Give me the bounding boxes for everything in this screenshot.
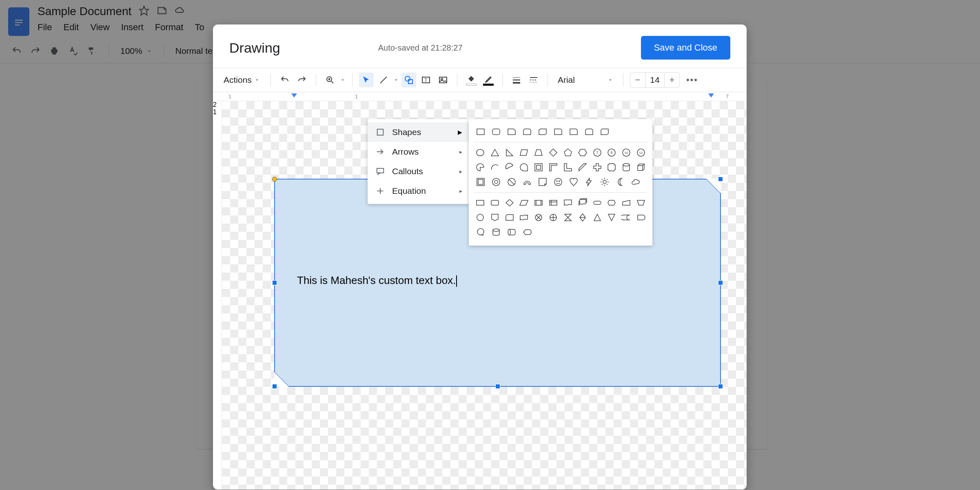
zoom-dropdown-icon[interactable] [340, 77, 346, 83]
shape-can[interactable] [620, 160, 633, 174]
shape-octagon[interactable]: 8 [605, 146, 618, 160]
shape-rectangle[interactable] [474, 125, 488, 139]
shape-round-diagonal[interactable] [598, 125, 612, 139]
image-tool-icon[interactable] [436, 73, 450, 87]
zoom-icon[interactable] [323, 73, 337, 87]
shape-smiley[interactable] [551, 175, 565, 189]
shape-trapezoid[interactable] [532, 146, 545, 160]
rotation-handle[interactable] [272, 177, 277, 182]
font-size-decrease-button[interactable]: − [630, 73, 645, 87]
font-select[interactable]: Arial [554, 73, 616, 86]
shape-snip-same-side[interactable] [520, 125, 534, 139]
shape-half-frame[interactable] [547, 160, 560, 174]
font-size-value[interactable]: 14 [645, 73, 665, 87]
shape-folded-corner[interactable] [536, 175, 550, 189]
fill-color-icon[interactable] [464, 73, 479, 87]
shape-hexagon[interactable] [576, 146, 589, 160]
shape-round-same-side[interactable] [582, 125, 596, 139]
shape-flowchart-preparation[interactable] [605, 196, 618, 210]
shape-flowchart-punched-tape[interactable] [517, 211, 530, 224]
shape-dodecagon[interactable]: 12 [634, 146, 647, 160]
shape-flowchart-internal-storage[interactable] [547, 196, 560, 210]
shape-flowchart-merge[interactable] [605, 211, 618, 224]
shape-oval[interactable] [474, 146, 487, 160]
shape-pie[interactable] [474, 160, 487, 174]
drawing-canvas[interactable]: This is Mahesh's custom text box. Shapes… [222, 101, 747, 490]
shape-right-triangle[interactable] [503, 146, 516, 160]
shape-flowchart-direct-access[interactable] [505, 225, 519, 239]
shape-flowchart-display[interactable] [520, 225, 534, 239]
shape-snip-diagonal[interactable] [536, 125, 550, 139]
shape-flowchart-sequential-storage[interactable] [474, 225, 488, 239]
vertical-ruler[interactable]: 2 1 [213, 101, 222, 490]
shape-donut[interactable] [489, 175, 503, 189]
shape-flowchart-magnetic-disk[interactable] [489, 225, 503, 239]
shape-flowchart-or[interactable] [547, 211, 560, 224]
shape-flowchart-terminator[interactable] [591, 196, 604, 210]
shape-flowchart-card[interactable] [503, 211, 516, 224]
more-options-icon[interactable]: ••• [682, 75, 702, 85]
shape-flowchart-summing[interactable] [532, 211, 545, 224]
resize-handle-ne[interactable] [718, 177, 723, 182]
shape-flowchart-extract[interactable] [591, 211, 604, 224]
shape-chord[interactable] [503, 160, 516, 174]
shape-decagon[interactable]: 10 [620, 146, 633, 160]
menu-item-callouts[interactable]: Callouts ▸ [368, 162, 469, 181]
shape-lightning[interactable] [582, 175, 596, 189]
shape-heart[interactable] [567, 175, 581, 189]
menu-item-arrows[interactable]: Arrows ▸ [368, 142, 469, 162]
shape-flowchart-sort[interactable] [576, 211, 589, 224]
shape-rounded-rectangle[interactable] [489, 125, 503, 139]
shape-triangle[interactable] [488, 146, 501, 160]
resize-handle-se[interactable] [718, 384, 723, 389]
shape-plaque[interactable] [605, 160, 618, 174]
shape-moon[interactable] [613, 175, 627, 189]
resize-handle-e[interactable] [718, 280, 723, 285]
shape-flowchart-process[interactable] [474, 196, 487, 210]
shape-snip-single-corner[interactable] [505, 125, 519, 139]
menu-item-shapes[interactable]: Shapes ▶ [368, 122, 469, 142]
shape-flowchart-delay[interactable] [634, 211, 647, 224]
shape-cloud[interactable] [629, 175, 643, 189]
shape-parallelogram[interactable] [517, 146, 530, 160]
menu-item-equation[interactable]: Equation ▸ [368, 181, 469, 201]
shape-flowchart-collate[interactable] [561, 211, 574, 224]
shape-snip-round-single[interactable] [551, 125, 565, 139]
actions-menu[interactable]: Actions [220, 73, 264, 87]
shape-round-single-corner[interactable] [567, 125, 581, 139]
save-and-close-button[interactable]: Save and Close [641, 36, 730, 60]
border-weight-icon[interactable] [509, 73, 524, 87]
shape-flowchart-multidocument[interactable] [576, 196, 589, 210]
horizontal-ruler[interactable]: 1 1 7 [213, 92, 747, 101]
shape-flowchart-predefined[interactable] [532, 196, 545, 210]
shape-flowchart-connector[interactable] [474, 211, 487, 224]
shape-flowchart-stored-data[interactable] [620, 211, 633, 224]
shape-flowchart-offpage[interactable] [488, 211, 501, 224]
shape-pentagon[interactable] [561, 146, 574, 160]
shape-flowchart-manual-op[interactable] [634, 196, 647, 210]
shape-arc[interactable] [488, 160, 501, 174]
shape-text-content[interactable]: This is Mahesh's custom text box. [297, 274, 457, 287]
shape-cube[interactable] [634, 160, 647, 174]
shape-block-arc[interactable] [520, 175, 534, 189]
line-dropdown-icon[interactable] [393, 77, 399, 83]
shape-bevel[interactable] [474, 175, 488, 189]
shape-teardrop[interactable] [517, 160, 530, 174]
textbox-tool-icon[interactable]: T [419, 73, 433, 87]
select-tool-icon[interactable] [359, 73, 374, 87]
shape-frame[interactable] [532, 160, 545, 174]
undo-icon[interactable] [277, 73, 292, 87]
shape-diagonal-stripe[interactable] [576, 160, 589, 174]
shape-flowchart-document[interactable] [561, 196, 574, 210]
line-tool-icon[interactable] [376, 73, 391, 87]
shape-cross[interactable] [591, 160, 604, 174]
shape-sun[interactable] [598, 175, 612, 189]
shape-no-symbol[interactable] [505, 175, 519, 189]
resize-handle-s[interactable] [495, 384, 500, 389]
shape-flowchart-manual-input[interactable] [620, 196, 633, 210]
shape-flowchart-decision[interactable] [503, 196, 516, 210]
border-color-icon[interactable] [481, 73, 496, 87]
shape-l-shape[interactable] [561, 160, 574, 174]
shape-flowchart-alternate[interactable] [488, 196, 501, 210]
font-size-increase-button[interactable]: + [665, 73, 679, 87]
